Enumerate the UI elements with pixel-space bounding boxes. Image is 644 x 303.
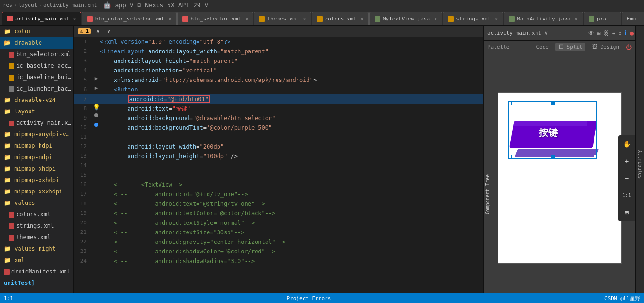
sidebar-item-mipmap-xxhdpi[interactable]: 📁 mipmap-xxhdpi — [0, 174, 73, 186]
line-content-5: xmlns:android="http://schemas.android.co… — [100, 75, 481, 85]
arrow-updown-icon[interactable]: ↔ — [612, 30, 615, 37]
sidebar-item-drawable-v24[interactable]: 📁 drawable-v24 — [0, 94, 73, 106]
code-line-20: 20 <!-- android:textStyle="normal"--> — [74, 218, 483, 228]
code-tab[interactable]: ≡ Code — [527, 43, 552, 51]
split-tab[interactable]: ⧠ Split — [555, 43, 585, 51]
bulb-icon-8[interactable]: 💡 — [93, 104, 100, 111]
zoom-fit-button[interactable]: ⊞ — [620, 206, 634, 219]
design-tab[interactable]: 🖼 Design — [589, 43, 622, 51]
code-line-16: 16 <!-- <TextView--> — [74, 180, 483, 190]
sidebar-item-values-night[interactable]: 📁 values-night — [0, 243, 73, 254]
android-icon[interactable]: 🤖 — [102, 0, 112, 10]
tab-btn-selector[interactable]: btn_selector.xml × — [177, 12, 253, 25]
project-errors[interactable]: Project Errors — [287, 295, 331, 302]
tab-close-5[interactable]: × — [361, 16, 364, 21]
hand-tool-button[interactable]: ✋ — [620, 137, 634, 151]
nav-down-button[interactable]: ∨ — [105, 27, 113, 36]
sidebar-item-mipmap-xhdpi[interactable]: 📁 mipmap-xhdpi — [0, 163, 73, 174]
sidebar-item-xml[interactable]: 📁 xml — [0, 254, 73, 266]
info-icon[interactable]: ℹ — [624, 30, 627, 37]
preview-area[interactable]: 按键 ✋ + − 1:1 — [484, 53, 635, 303]
line-content-20: <!-- android:textStyle="normal"--> — [100, 218, 481, 228]
sort-icon[interactable]: ↕ — [618, 30, 622, 37]
sidebar-item-colors[interactable]: colors.xml — [0, 209, 73, 220]
tab-close-8[interactable]: × — [575, 16, 578, 21]
sidebar-item-strings[interactable]: strings.xml — [0, 220, 73, 232]
line-num-9: 9 — [76, 113, 92, 123]
sidebar-item-mipmap-hdpi[interactable]: 📁 mipmap-hdpi — [0, 140, 73, 152]
tab-close-3[interactable]: × — [245, 16, 248, 21]
line-num-6: 6 — [76, 85, 92, 94]
tab-mainactivity[interactable]: MainActivity.java × — [504, 12, 583, 25]
sidebar-item-values[interactable]: 📁 values — [0, 197, 73, 209]
tab-btn-color-selector[interactable]: btn_color_selector.xml × — [82, 12, 177, 25]
sidebar-item-ic-account[interactable]: ic_baseline_account_b — [0, 60, 73, 71]
folder-icon-layout: 📁 — [4, 108, 14, 115]
palette-dropdown-icon[interactable]: ∨ — [545, 30, 548, 36]
error-icon[interactable]: ● — [630, 30, 634, 37]
fit-ratio-button[interactable]: 1:1 — [620, 189, 634, 202]
sidebar-item-mipmap-xxxhdpi[interactable]: 📁 mipmap-xxxhdpi — [0, 186, 73, 197]
zoom-in-button[interactable]: + — [620, 154, 634, 168]
tab-close-2[interactable]: × — [168, 16, 171, 21]
handle-tr[interactable] — [594, 101, 597, 105]
sidebar-item-drawable[interactable]: 📂 drawable — [0, 37, 73, 49]
link-icon[interactable]: ⛓ — [604, 30, 609, 37]
orange-icon-4 — [259, 16, 265, 22]
sidebar-item-ic-launcher[interactable]: ic_launcher_backgrou — [0, 83, 73, 94]
sidebar-item-layout[interactable]: 📁 layout — [0, 106, 73, 117]
tab-themes[interactable]: themes.xml × — [254, 12, 311, 25]
code-editor[interactable]: 1 <?xml version="1.0" encoding="utf-8"?>… — [74, 37, 483, 293]
breadcrumb-res[interactable]: res — [3, 2, 12, 8]
sidebar-item-manifest[interactable]: droidManifest.xml — [0, 266, 73, 277]
status-bar: 1:1 Project Errors CSDN @ll星野 — [0, 293, 644, 303]
handle-bl[interactable] — [508, 155, 512, 159]
sidebar-item-themes[interactable]: themes.xml — [0, 232, 73, 243]
code-line-10: 10 android:backgroundTint="@color/purple… — [74, 123, 483, 132]
sidebar-item-btn-selector[interactable]: btn_selector.xml — [0, 49, 73, 60]
tab-activity-main[interactable]: activity_main.xml × — [2, 12, 81, 25]
folder-icon-drawable: 📂 — [4, 40, 14, 46]
img-file-icon-3 — [9, 86, 14, 92]
sidebar-item-ic-build[interactable]: ic_baseline_build_24.x — [0, 71, 73, 83]
sidebar-item-unittest[interactable]: unitTest] — [0, 277, 73, 289]
tab-label-8: MainActivity.java — [517, 16, 571, 22]
tab-close-4[interactable]: × — [303, 16, 306, 21]
xml-file-icon — [9, 52, 14, 58]
breadcrumb-layout[interactable]: layout — [19, 2, 38, 8]
component-tree-tab[interactable]: Component Tree — [484, 172, 492, 217]
eye-icon[interactable]: 👁 — [588, 30, 594, 37]
tab-close-7[interactable]: × — [495, 16, 498, 21]
breadcrumb-file[interactable]: activity_main.xml — [43, 2, 97, 8]
tab-emu[interactable]: Emu... — [622, 12, 644, 25]
csdn-watermark: CSDN @ll星野 — [604, 295, 640, 302]
tab-pro[interactable]: pro... — [584, 12, 621, 25]
handle-bm[interactable] — [551, 155, 555, 159]
sidebar-item-mipmap-mdpi[interactable]: 📁 mipmap-mdpi — [0, 152, 73, 163]
sidebar-item-color[interactable]: 📁 color — [0, 26, 73, 37]
handle-br[interactable] — [594, 155, 597, 159]
handle-tl[interactable] — [508, 101, 512, 105]
tab-close-6[interactable]: × — [434, 16, 437, 21]
top-bar: res › layout › activity_main.xml 🤖 app ∨… — [0, 0, 644, 10]
tab-mytextview[interactable]: MyTextView.java × — [369, 12, 442, 25]
zoom-out-button[interactable]: − — [620, 172, 634, 185]
tab-strings[interactable]: strings.xml × — [443, 12, 503, 25]
line-content-3: android:layout_height="match_parent" — [100, 56, 481, 66]
attributes-tab[interactable]: Attributes — [635, 26, 644, 303]
button-highlight — [513, 121, 587, 126]
nav-up-button[interactable]: ∧ — [94, 27, 102, 36]
line-content-9: android:background="@drawable/btn_select… — [100, 113, 481, 123]
handle-tm[interactable] — [551, 101, 555, 105]
sidebar-item-mipmap-anydpi[interactable]: 📁 mipmap-anydpi-v26 — [0, 129, 73, 140]
power-icon[interactable]: ⏻ — [626, 44, 632, 50]
tab-close-1[interactable]: × — [73, 16, 76, 21]
tab-colors[interactable]: colors.xml × — [312, 12, 369, 25]
folder-icon-xhdpi: 📁 — [4, 165, 14, 172]
line-num-23: 23 — [76, 247, 92, 256]
line-content-22: <!-- android:gravity="center_horizontal"… — [100, 237, 481, 247]
tab-label-6: MyTextView.java — [383, 16, 430, 22]
sidebar-item-activity-main[interactable]: activity_main.xml — [0, 117, 73, 129]
grid-icon[interactable]: ⊞ — [597, 30, 600, 37]
preview-canvas: 按键 — [498, 92, 622, 264]
